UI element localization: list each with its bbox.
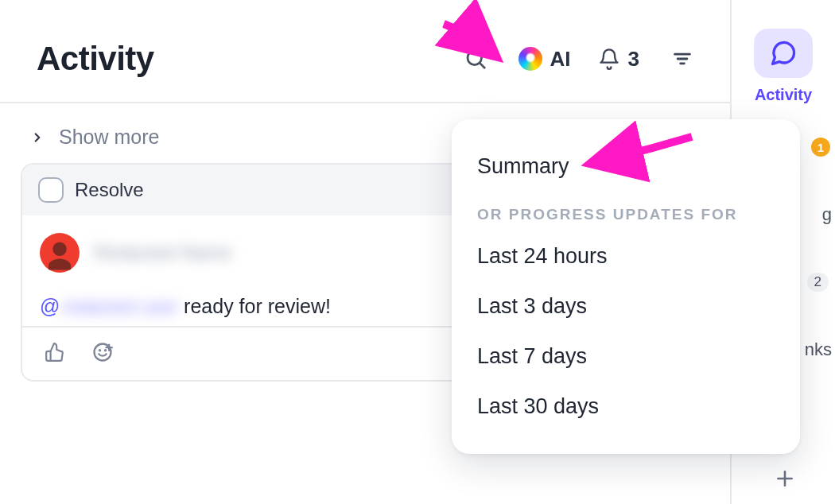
- menu-heading: Or progress updates for: [452, 192, 800, 231]
- menu-item-7d[interactable]: Last 7 days: [452, 331, 800, 382]
- mention-name-redacted: redacted user: [61, 296, 178, 317]
- thumbs-up-icon[interactable]: [41, 339, 68, 366]
- chevron-right-icon: [30, 130, 45, 145]
- menu-item-summary[interactable]: Summary: [452, 142, 800, 192]
- activity-tab-label: Activity: [755, 86, 812, 104]
- ai-label: AI: [550, 47, 571, 72]
- ai-button[interactable]: AI: [518, 47, 571, 72]
- count-pill[interactable]: 2: [807, 273, 829, 292]
- filter-icon[interactable]: [666, 43, 698, 75]
- person-icon: [43, 239, 76, 273]
- ai-dropdown-menu: Summary Or progress updates for Last 24 …: [452, 119, 800, 454]
- activity-tab[interactable]: [754, 29, 813, 78]
- sidebar-item-partial[interactable]: g: [822, 204, 832, 225]
- add-button[interactable]: [775, 467, 795, 494]
- status-badge[interactable]: 1: [811, 138, 830, 157]
- show-more-label: Show more: [59, 126, 159, 149]
- svg-line-1: [480, 64, 484, 68]
- resolve-checkbox[interactable]: [38, 177, 64, 203]
- notification-count: 3: [628, 47, 639, 72]
- avatar: [40, 233, 80, 273]
- menu-item-3d[interactable]: Last 3 days: [452, 281, 800, 331]
- show-more-button[interactable]: Show more: [21, 121, 169, 163]
- menu-item-30d[interactable]: Last 30 days: [452, 382, 800, 432]
- chat-bubble-icon: [769, 39, 798, 68]
- add-reaction-icon[interactable]: [89, 339, 116, 366]
- svg-point-7: [105, 350, 106, 351]
- ai-orb-icon: [518, 47, 542, 71]
- mention-at[interactable]: @: [40, 295, 60, 317]
- menu-item-24h[interactable]: Last 24 hours: [452, 231, 800, 281]
- plus-icon: [775, 468, 795, 489]
- header-actions: AI 3: [460, 43, 698, 75]
- resolve-label: Resolve: [75, 179, 144, 201]
- sidebar-item-partial-2[interactable]: nks: [805, 339, 832, 360]
- comment-tail: ready for review!: [178, 295, 331, 317]
- header: Activity AI 3: [0, 0, 730, 103]
- search-icon[interactable]: [460, 43, 491, 75]
- notifications-button[interactable]: 3: [598, 47, 639, 72]
- svg-point-6: [99, 350, 100, 351]
- bell-icon: [598, 48, 620, 70]
- page-title: Activity: [37, 40, 154, 78]
- author-name-redacted: Redacted Name: [94, 242, 231, 264]
